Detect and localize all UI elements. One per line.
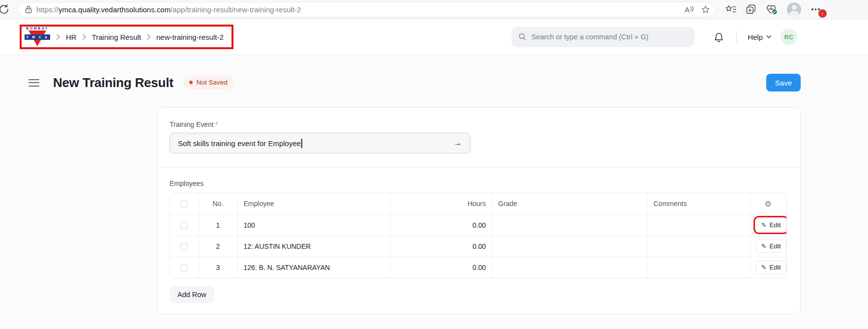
row-employee[interactable]: 126: B. N. SATYANARAYAN bbox=[237, 257, 390, 278]
pencil-icon: ✎ bbox=[761, 221, 767, 229]
row-grade[interactable] bbox=[492, 257, 647, 278]
required-asterisk: * bbox=[215, 120, 218, 128]
refresh-icon bbox=[0, 3, 10, 15]
gear-icon[interactable]: ⚙ bbox=[765, 200, 772, 208]
annotation-box-breadcrumb: BOMBAY Y M C A HR Training Result new-tr… bbox=[20, 25, 233, 49]
url-text: https://ymca.quality.vedarthsolutions.co… bbox=[36, 5, 680, 14]
chevron-right-icon bbox=[82, 33, 87, 40]
chevron-down-icon bbox=[766, 35, 772, 39]
chevron-right-icon bbox=[56, 33, 60, 40]
status-dot-icon bbox=[189, 81, 193, 84]
row-edit-button[interactable]: ✎ Edit bbox=[756, 239, 786, 253]
search-input[interactable] bbox=[531, 33, 679, 41]
text-caret bbox=[301, 139, 302, 148]
row-edit-button[interactable]: ✎ Edit bbox=[756, 261, 786, 274]
header-comments: Comments bbox=[647, 193, 750, 214]
breadcrumb-current-doc[interactable]: new-training-result-2 bbox=[156, 33, 224, 41]
employees-table: No. Employee Hours Grade Comments ⚙ 1 10… bbox=[170, 193, 787, 278]
row-number: 3 bbox=[199, 257, 237, 278]
avatar[interactable]: RC bbox=[781, 29, 797, 45]
employees-table-body: 1 100 0.00 ✎ Edit 2 12: AUSTIN KUNDER 0.… bbox=[170, 214, 786, 278]
row-number: 2 bbox=[199, 236, 237, 257]
app-navbar: BOMBAY Y M C A HR Training Result new-tr… bbox=[0, 19, 868, 55]
row-hours[interactable]: 0.00 bbox=[390, 236, 492, 257]
app-logo[interactable]: BOMBAY Y M C A bbox=[25, 26, 50, 48]
notifications-button[interactable] bbox=[713, 31, 724, 43]
sidebar-toggle-icon[interactable] bbox=[29, 79, 39, 87]
row-hours[interactable]: 0.00 bbox=[390, 214, 492, 236]
employees-label: Employees bbox=[170, 179, 788, 187]
row-edit-button[interactable]: ✎ Edit bbox=[756, 218, 786, 232]
row-checkbox[interactable] bbox=[180, 264, 188, 271]
table-row: 2 12: AUSTIN KUNDER 0.00 ✎ Edit bbox=[170, 236, 786, 257]
row-comments[interactable] bbox=[647, 236, 750, 257]
section-divider bbox=[158, 167, 800, 168]
row-checkbox[interactable] bbox=[180, 243, 188, 250]
browser-menu-icon[interactable]: ↑ bbox=[810, 6, 821, 12]
address-bar[interactable]: https://ymca.quality.vedarthsolutions.co… bbox=[18, 2, 716, 17]
profile-icon[interactable] bbox=[787, 2, 801, 17]
row-employee[interactable]: 12: AUSTIN KUNDER bbox=[237, 236, 390, 257]
table-row: 3 126: B. N. SATYANARAYAN 0.00 ✎ Edit bbox=[170, 257, 786, 278]
arrow-right-icon[interactable]: → bbox=[454, 138, 462, 148]
table-row: 1 100 0.00 ✎ Edit bbox=[170, 214, 786, 236]
header-no: No. bbox=[199, 193, 237, 214]
status-badge: Not Saved bbox=[183, 76, 234, 89]
training-event-value: Soft skills training event for Employee bbox=[178, 139, 301, 148]
pencil-icon: ✎ bbox=[761, 264, 767, 271]
header-hours: Hours bbox=[390, 193, 492, 214]
search-icon bbox=[519, 33, 526, 41]
form-card: Training Event* Soft skills training eve… bbox=[157, 107, 801, 314]
global-search[interactable] bbox=[512, 27, 694, 47]
row-checkbox[interactable] bbox=[180, 222, 188, 229]
breadcrumb-training-result[interactable]: Training Result bbox=[92, 33, 141, 41]
row-grade[interactable] bbox=[492, 214, 647, 236]
browser-toolbar: https://ymca.quality.vedarthsolutions.co… bbox=[0, 0, 868, 19]
save-button[interactable]: Save bbox=[766, 74, 801, 91]
training-event-field[interactable]: Soft skills training event for Employee … bbox=[170, 133, 470, 153]
row-grade[interactable] bbox=[492, 236, 647, 257]
collections-icon[interactable] bbox=[746, 4, 756, 15]
help-menu[interactable]: Help bbox=[748, 33, 772, 41]
table-header-row: No. Employee Hours Grade Comments ⚙ bbox=[170, 193, 786, 214]
header-employee: Employee bbox=[237, 193, 390, 214]
lock-icon bbox=[25, 5, 32, 14]
browser-essentials-icon[interactable] bbox=[766, 4, 778, 15]
training-event-label: Training Event* bbox=[170, 120, 788, 128]
page-title: New Training Result bbox=[53, 75, 174, 90]
pencil-icon: ✎ bbox=[761, 242, 767, 250]
row-employee[interactable]: 100 bbox=[237, 214, 390, 236]
select-all-checkbox[interactable] bbox=[180, 201, 188, 208]
row-comments[interactable] bbox=[647, 257, 750, 278]
breadcrumb-hr[interactable]: HR bbox=[66, 33, 77, 41]
favorite-star-icon[interactable] bbox=[701, 5, 710, 14]
breadcrumb: HR Training Result new-training-result-2 bbox=[56, 33, 224, 41]
navbar-divider bbox=[736, 30, 737, 43]
add-row-button[interactable]: Add Row bbox=[170, 286, 214, 303]
read-aloud-icon[interactable]: A bbox=[685, 6, 694, 13]
row-number: 1 bbox=[199, 214, 237, 236]
bell-icon bbox=[713, 31, 724, 43]
chevron-right-icon bbox=[146, 33, 151, 40]
update-badge-icon: ↑ bbox=[818, 9, 827, 18]
row-comments[interactable] bbox=[647, 214, 750, 236]
header-grade: Grade bbox=[492, 193, 647, 214]
favorites-bar-icon[interactable] bbox=[725, 4, 736, 14]
row-hours[interactable]: 0.00 bbox=[390, 257, 492, 278]
refresh-button[interactable] bbox=[0, 3, 14, 15]
